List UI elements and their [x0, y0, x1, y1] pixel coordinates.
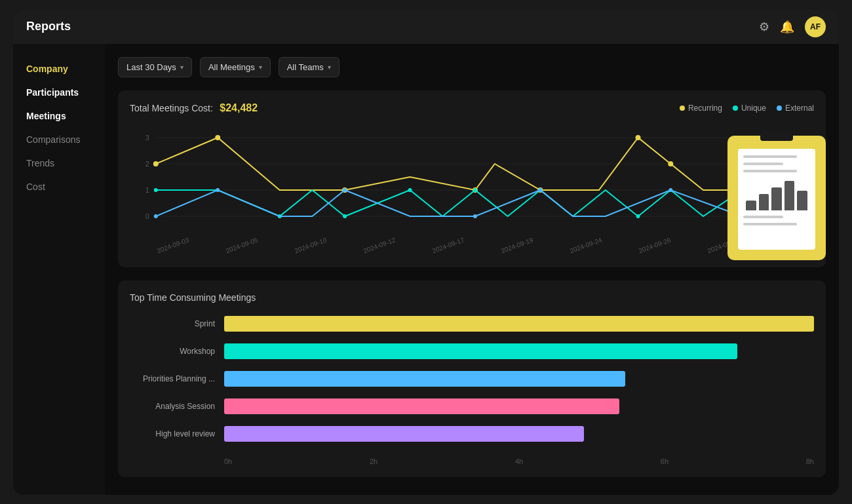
bar-track-priorities: [224, 371, 814, 387]
recurring-dot: [680, 106, 685, 111]
sidebar-item-trends[interactable]: Trends: [13, 151, 105, 175]
sidebar-item-comparisons[interactable]: Comparisons: [13, 128, 105, 151]
bar-track-sprint: [224, 316, 814, 332]
unique-dot: [733, 106, 738, 111]
svg-point-13: [636, 135, 641, 140]
x-axis-labels: 2024-09-03 2024-09-05 2024-09-10 2024-09…: [130, 245, 814, 255]
sidebar: Company Participants Meetings Comparison…: [13, 44, 105, 495]
teams-filter-dropdown[interactable]: All Teams ▾: [279, 57, 339, 77]
bar-fill-sprint: [224, 316, 814, 332]
legend-external: External: [777, 104, 814, 113]
bar-row-workshop: Workshop: [130, 343, 814, 359]
bar-row-highlevel: High level review: [130, 426, 814, 442]
bar-label-workshop: Workshop: [130, 347, 215, 356]
content-area: Last 30 Days ▾ All Meetings ▾ All Teams …: [105, 44, 839, 495]
filters-bar: Last 30 Days ▾ All Meetings ▾ All Teams …: [118, 57, 826, 77]
bar-row-analysis: Analysis Session: [130, 398, 814, 414]
svg-point-9: [215, 135, 220, 140]
svg-point-20: [473, 188, 477, 192]
line-chart-container: 3 2 1 0: [130, 125, 814, 256]
svg-point-32: [805, 188, 809, 192]
svg-point-30: [668, 188, 672, 192]
bar-fill-priorities: [224, 371, 625, 387]
external-dot: [777, 106, 782, 111]
time-filter-dropdown[interactable]: Last 30 Days ▾: [118, 57, 192, 77]
line-chart-svg: 3 2 1 0: [130, 125, 814, 242]
svg-point-22: [636, 214, 640, 218]
bell-icon[interactable]: 🔔: [780, 20, 794, 34]
bar-fill-analysis: [224, 398, 619, 414]
sidebar-item-participants[interactable]: Participants: [13, 81, 105, 104]
chart-legend: Recurring Unique External: [680, 104, 814, 113]
sidebar-item-cost[interactable]: Cost: [13, 175, 105, 199]
bar-x-axis: 0h 2h 4h 6h 8h: [130, 454, 814, 465]
svg-text:3: 3: [145, 133, 149, 141]
svg-point-8: [153, 161, 159, 166]
svg-point-28: [473, 214, 477, 218]
svg-point-18: [343, 214, 347, 218]
bar-chart-title: Top Time Consuming Meetings: [130, 292, 814, 303]
svg-text:2: 2: [145, 159, 149, 167]
bar-fill-workshop: [224, 343, 737, 359]
line-chart-card: Total Meetings Cost: $24,482 Recurring U…: [118, 90, 826, 267]
chevron-down-icon: ▾: [259, 64, 262, 71]
svg-point-19: [408, 188, 412, 192]
bar-track-analysis: [224, 398, 814, 414]
app-title: Reports: [26, 20, 71, 33]
svg-point-14: [668, 161, 673, 166]
sidebar-item-meetings[interactable]: Meetings: [13, 104, 105, 128]
app-container: Reports ⚙ 🔔 AF Company Participants Meet…: [13, 10, 839, 495]
bar-chart-card: Top Time Consuming Meetings Sprint Works…: [118, 281, 826, 477]
sidebar-item-company[interactable]: Company: [13, 57, 105, 81]
bar-row-sprint: Sprint: [130, 316, 814, 332]
avatar[interactable]: AF: [805, 16, 826, 37]
svg-point-25: [154, 214, 158, 218]
bar-label-analysis: Analysis Session: [130, 402, 215, 411]
svg-point-26: [216, 188, 220, 192]
bar-label-priorities: Priorities Planning ...: [130, 374, 215, 383]
settings-icon[interactable]: ⚙: [759, 20, 769, 34]
svg-text:1: 1: [145, 185, 149, 193]
bar-fill-highlevel: [224, 426, 584, 442]
titlebar-icons: ⚙ 🔔 AF: [759, 16, 826, 37]
chart-header: Total Meetings Cost: $24,482 Recurring U…: [130, 102, 814, 114]
svg-point-27: [343, 188, 347, 192]
bar-row-priorities: Priorities Planning ...: [130, 371, 814, 387]
svg-text:0: 0: [145, 212, 149, 220]
bar-track-highlevel: [224, 426, 814, 442]
svg-point-29: [538, 188, 542, 192]
main-area: Company Participants Meetings Comparison…: [13, 44, 839, 495]
svg-point-16: [154, 188, 158, 192]
chevron-down-icon: ▾: [328, 64, 331, 71]
titlebar: Reports ⚙ 🔔 AF: [13, 10, 839, 44]
svg-point-31: [773, 188, 777, 192]
chart-title-group: Total Meetings Cost: $24,482: [130, 102, 258, 114]
bar-track-workshop: [224, 343, 814, 359]
legend-unique: Unique: [733, 104, 766, 113]
bar-label-sprint: Sprint: [130, 319, 215, 328]
meetings-filter-dropdown[interactable]: All Meetings ▾: [200, 57, 271, 77]
bar-label-highlevel: High level review: [130, 429, 215, 438]
svg-point-23: [741, 188, 745, 192]
chevron-down-icon: ▾: [180, 64, 184, 71]
legend-recurring: Recurring: [680, 104, 722, 113]
